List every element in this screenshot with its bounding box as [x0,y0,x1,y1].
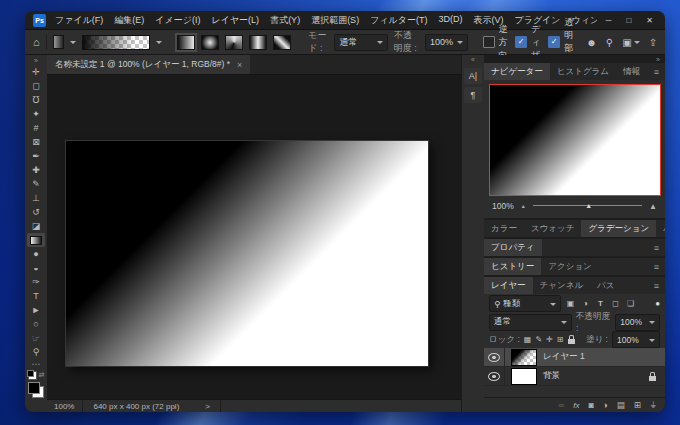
diamond-gradient-button[interactable] [273,35,291,50]
zoom-out-icon[interactable]: ▲ [521,203,526,209]
canvas[interactable] [66,141,428,366]
tab-history[interactable]: ヒストリー [484,258,541,275]
tool-brush[interactable]: ✎ [27,177,45,191]
layer-filter-toggle-icon[interactable]: ● [655,299,660,308]
maximize-button[interactable]: □ [626,16,631,25]
lock-artboard-icon[interactable]: ⊞ [557,335,564,344]
lock-pixels-icon[interactable]: ✎ [535,335,542,344]
blend-mode-select[interactable]: 通常 [334,34,387,51]
adjustment-layer-filter-icon[interactable]: ◑ [580,299,591,308]
slider-thumb-icon[interactable]: ▲ [585,202,592,209]
tool-dodge[interactable]: ◒ [27,261,45,275]
adjustment-layer-icon[interactable]: ◑ [603,400,608,410]
layer-opacity-select[interactable]: 100% [615,314,660,331]
tab-info[interactable]: 情報 [616,63,647,80]
pixel-layer-filter-icon[interactable]: ▣ [565,299,576,308]
menu-image[interactable]: イメージ(I) [155,14,200,27]
menu-3d[interactable]: 3D(D) [438,14,462,27]
close-button[interactable]: ✕ [646,16,653,25]
tool-preset-icon[interactable] [53,35,64,49]
navigator-preview[interactable] [489,84,661,196]
account-icon[interactable]: ☻ [586,37,597,48]
tool-marquee[interactable]: ◻ [27,79,45,93]
linear-gradient-button[interactable] [177,35,195,50]
edit-toolbar-icon[interactable]: ⋯ [32,359,41,370]
layer-name[interactable]: 背景 [543,370,560,382]
tool-hand[interactable]: ☞ [27,331,45,345]
panel-menu-icon[interactable]: ≡ [648,63,665,80]
home-icon[interactable]: ⌂ [33,36,40,48]
panel-menu-icon[interactable]: ≡ [648,258,665,275]
tab-actions[interactable]: アクション [541,258,599,275]
share-icon[interactable]: ⇪ [649,37,657,48]
layer-style-icon[interactable]: fx [573,401,579,410]
chevron-down-icon[interactable] [156,41,162,47]
new-group-icon[interactable]: ▤ [617,400,625,410]
panel-menu-icon[interactable]: ≡ [648,277,665,294]
menu-filter[interactable]: フィルター(T) [370,14,427,27]
menu-file[interactable]: ファイル(F) [55,14,103,27]
status-zoom-value[interactable]: 100% [54,402,74,411]
add-layer-mask-icon[interactable]: ◙ [589,400,594,410]
tool-history-brush[interactable]: ↺ [27,205,45,219]
tab-properties[interactable]: プロパティ [484,239,542,256]
paragraph-panel-button[interactable]: ¶ [464,87,482,103]
layer-name[interactable]: レイヤー 1 [543,351,585,363]
lock-transparency-icon[interactable]: ▦ [524,335,532,344]
foreground-color-swatch[interactable] [28,382,40,394]
search-icon[interactable]: ⚲ [606,37,613,48]
tool-blur[interactable]: ● [27,247,45,261]
workspace-switcher[interactable]: ▣ [622,37,639,48]
tool-type[interactable]: T [27,289,45,303]
tool-frame[interactable]: ⊠ [27,135,45,149]
default-colors-control[interactable]: ⇄ [28,370,45,380]
tool-shape[interactable]: ○ [27,317,45,331]
panel-menu-icon[interactable]: ≡ [648,239,665,256]
close-tab-icon[interactable]: × [237,60,242,70]
tab-channels[interactable]: チャンネル [533,277,591,294]
foreground-background-swatches[interactable] [28,382,44,398]
zoom-in-icon[interactable]: ▲ [649,202,657,211]
delete-layer-icon[interactable]: ⏚ [650,400,656,411]
menu-type[interactable]: 書式(Y) [270,14,300,27]
lock-position-icon[interactable]: ✛ [546,335,553,344]
smart-object-filter-icon[interactable]: ❏ [625,299,636,308]
tab-histogram[interactable]: ヒストグラム [550,63,616,80]
visibility-toggle[interactable] [484,348,505,366]
layer-thumbnail[interactable] [511,349,537,366]
shape-layer-filter-icon[interactable]: ◻ [610,299,621,308]
layer-thumbnail[interactable] [511,368,537,385]
layer-row-background[interactable]: 背景 [484,367,665,386]
tab-color[interactable]: カラー [484,220,524,237]
tool-lasso[interactable]: ℧ [27,93,45,107]
tab-layers[interactable]: レイヤー [484,277,533,294]
layer-blend-mode-select[interactable]: 通常 [489,314,572,331]
tool-move[interactable]: ✛ [27,65,45,79]
menu-layer[interactable]: レイヤー(L) [211,14,259,27]
opacity-select[interactable]: 100% [425,34,468,51]
layer-filter-select[interactable]: ⚲ 種類 [489,295,561,312]
tool-eraser[interactable]: ◪ [27,219,45,233]
document-tab[interactable]: 名称未設定 1 @ 100% (レイヤー 1, RGB/8#) * × [47,55,250,74]
tool-zoom[interactable]: ⚲ [27,345,45,359]
new-layer-icon[interactable]: ⊞ [634,400,641,410]
lock-all-icon[interactable] [568,339,575,344]
status-chevron-icon[interactable]: > [205,402,210,411]
tool-object-selection[interactable]: ✦ [27,107,45,121]
visibility-toggle[interactable] [484,367,505,385]
angle-gradient-button[interactable] [225,35,243,50]
tab-swatches[interactable]: スウォッチ [524,220,582,237]
dock-expand-icon[interactable]: « [471,55,475,65]
navigator-zoom-slider[interactable]: ▲ [533,200,642,212]
toolbar-collapse-icon[interactable]: » [34,56,38,65]
tool-eyedropper[interactable]: ✒ [27,149,45,163]
character-panel-button[interactable]: A| [464,68,482,84]
tool-path-selection[interactable]: ► [27,303,45,317]
tool-clone-stamp[interactable]: ⊥ [27,191,45,205]
tab-gradients[interactable]: グラデーション [581,220,656,237]
menu-select[interactable]: 選択範囲(S) [311,14,359,27]
chevron-down-icon[interactable] [70,41,76,47]
tool-pen[interactable]: ✑ [27,275,45,289]
dock-collapse-icon[interactable]: » [656,56,660,63]
tab-paths[interactable]: パス [590,277,621,294]
